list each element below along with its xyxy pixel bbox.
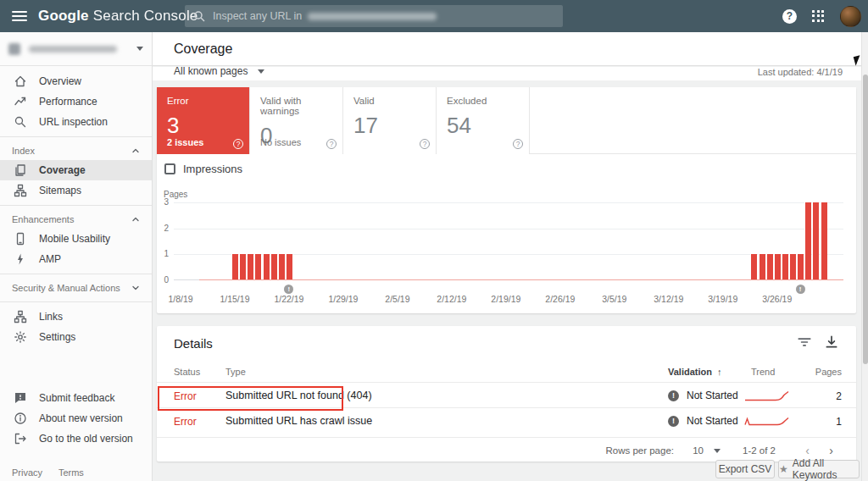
card-valid[interactable]: Valid 17 ? xyxy=(343,87,437,154)
column-pages[interactable]: Pages xyxy=(815,367,842,377)
x-tick-label: 3/19/19 xyxy=(702,294,744,304)
trend-sparkline xyxy=(743,414,791,428)
previous-page-icon[interactable]: ‹ xyxy=(805,444,810,457)
column-type[interactable]: Type xyxy=(225,367,246,377)
top-bar: GoogleSearch Console Inspect any URL in … xyxy=(0,0,868,32)
impressions-checkbox[interactable] xyxy=(164,163,175,174)
sidebar-item-links[interactable]: Links xyxy=(0,307,152,327)
user-avatar[interactable] xyxy=(840,6,861,27)
filter-icon[interactable] xyxy=(797,334,812,350)
gridline xyxy=(174,202,843,203)
sidebar-item-performance[interactable]: Performance xyxy=(0,91,152,112)
x-tick-label: 2/26/19 xyxy=(539,294,581,304)
sidebar-item-submit-feedback[interactable]: Submit feedback xyxy=(0,388,152,408)
x-tick-label: 1/15/19 xyxy=(214,294,256,304)
sidebar-item-coverage[interactable]: Coverage xyxy=(0,160,152,180)
main-content: Coverage All known pages Last updated: 4… xyxy=(153,32,861,481)
scrollbar-thumb[interactable] xyxy=(863,75,868,364)
last-updated-text: Last updated: 4/1/19 xyxy=(758,67,843,77)
next-page-icon[interactable]: › xyxy=(829,444,833,457)
validation-alert-icon: ! xyxy=(668,416,679,427)
scope-filter-dropdown[interactable]: All known pages xyxy=(174,65,264,77)
rows-per-page-select[interactable]: 10 xyxy=(693,445,704,456)
error-pages-bar-chart: !!1/8/191/15/191/22/191/29/192/5/192/12/… xyxy=(174,202,843,280)
export-csv-button[interactable]: Export CSV xyxy=(715,460,775,478)
card-valid-with-warnings[interactable]: Valid with warnings 0 No issues ? xyxy=(250,87,343,154)
chart-bar xyxy=(750,254,757,279)
x-tick-label: 2/5/19 xyxy=(376,294,419,304)
x-tick-label: 3/26/19 xyxy=(756,294,798,304)
chart-event-marker[interactable]: ! xyxy=(796,285,805,294)
sidebar-nav: Overview Performance URL inspection Inde… xyxy=(0,66,152,449)
chart-bar xyxy=(766,254,773,279)
chart-bar xyxy=(821,202,827,279)
gear-icon xyxy=(14,330,27,344)
section-index[interactable]: Index xyxy=(0,141,152,160)
help-icon[interactable]: ? xyxy=(326,139,337,149)
section-enhancements[interactable]: Enhancements xyxy=(0,210,152,229)
chart-bar xyxy=(789,254,796,279)
zero-value-line xyxy=(199,279,843,280)
divider xyxy=(0,274,152,274)
card-excluded[interactable]: Excluded 54 ? xyxy=(437,87,530,154)
url-inspect-search-input[interactable]: Inspect any URL in xyxy=(185,5,563,27)
mobile-icon xyxy=(14,232,27,246)
table-row-submitted-url-not-found[interactable]: Error Submitted URL not found (404) ! No… xyxy=(157,382,856,407)
column-validation-sorted[interactable]: Validation↑ xyxy=(668,367,721,377)
menu-icon[interactable] xyxy=(12,11,27,21)
x-tick-label: 1/22/19 xyxy=(268,294,310,304)
chevron-up-icon xyxy=(131,216,140,223)
privacy-link[interactable]: Privacy xyxy=(12,467,42,478)
sidebar-item-url-inspection[interactable]: URL inspection xyxy=(0,112,152,132)
gridline xyxy=(174,229,843,229)
y-tick-label: 3 xyxy=(157,197,169,207)
sidebar-item-about-new-version[interactable]: About new version xyxy=(0,408,152,428)
sidebar-item-sitemaps[interactable]: Sitemaps xyxy=(0,180,152,201)
sort-up-arrow-icon: ↑ xyxy=(717,367,722,377)
chevron-down-icon[interactable] xyxy=(714,449,721,453)
terms-link[interactable]: Terms xyxy=(58,467,84,478)
exit-arrow-icon xyxy=(14,432,27,445)
help-icon[interactable]: ? xyxy=(420,139,430,149)
column-trend[interactable]: Trend xyxy=(751,367,775,377)
x-tick-label: 3/12/19 xyxy=(648,294,690,304)
links-icon xyxy=(14,310,27,323)
help-icon[interactable]: ? xyxy=(782,9,797,24)
help-icon[interactable]: ? xyxy=(233,139,243,149)
vertical-scrollbar[interactable] xyxy=(861,32,868,481)
sidebar-item-settings[interactable]: Settings xyxy=(0,327,152,347)
help-icon[interactable]: ? xyxy=(513,139,523,149)
sidebar-item-amp[interactable]: AMP xyxy=(0,249,152,269)
card-error[interactable]: Error 3 2 issues ? xyxy=(157,87,250,154)
impressions-checkbox-row[interactable]: Impressions xyxy=(164,163,242,175)
section-security-manual-actions[interactable]: Security & Manual Actions xyxy=(0,279,152,297)
chart-bar xyxy=(286,254,292,279)
property-selector[interactable] xyxy=(0,32,152,66)
info-icon xyxy=(14,412,27,425)
y-tick-label: 0 xyxy=(157,275,169,285)
feedback-icon xyxy=(14,391,27,405)
chevron-down-icon xyxy=(131,285,140,291)
sidebar-item-mobile-usability[interactable]: Mobile Usability xyxy=(0,229,152,249)
chart-bar xyxy=(759,254,765,279)
app-logo[interactable]: GoogleSearch Console xyxy=(38,8,198,25)
apps-grid-icon[interactable] xyxy=(812,10,825,23)
pagination-range: 1-2 of 2 xyxy=(743,445,776,456)
logo-search-console: Search Console xyxy=(93,8,198,24)
chart-bar xyxy=(247,254,253,279)
table-row-submitted-url-crawl-issue[interactable]: Error Submitted URL has crawl issue ! No… xyxy=(157,407,856,433)
performance-icon xyxy=(14,95,27,108)
search-icon xyxy=(14,115,27,129)
chart-event-marker[interactable]: ! xyxy=(284,285,293,294)
property-favicon xyxy=(8,43,20,55)
y-tick-label: 1 xyxy=(157,249,169,258)
sidebar-item-overview[interactable]: Overview xyxy=(0,71,152,91)
sidebar-item-go-to-old-version[interactable]: Go to the old version xyxy=(0,428,152,449)
details-table-header: Status Type Validation↑ Trend Pages xyxy=(157,367,856,382)
download-icon[interactable] xyxy=(824,334,839,350)
x-tick-label: 2/12/19 xyxy=(431,294,473,304)
column-status[interactable]: Status xyxy=(174,367,200,377)
add-all-keywords-button[interactable]: ★Add All Keywords xyxy=(778,460,860,478)
cards-filler xyxy=(530,87,856,153)
divider xyxy=(0,205,152,206)
